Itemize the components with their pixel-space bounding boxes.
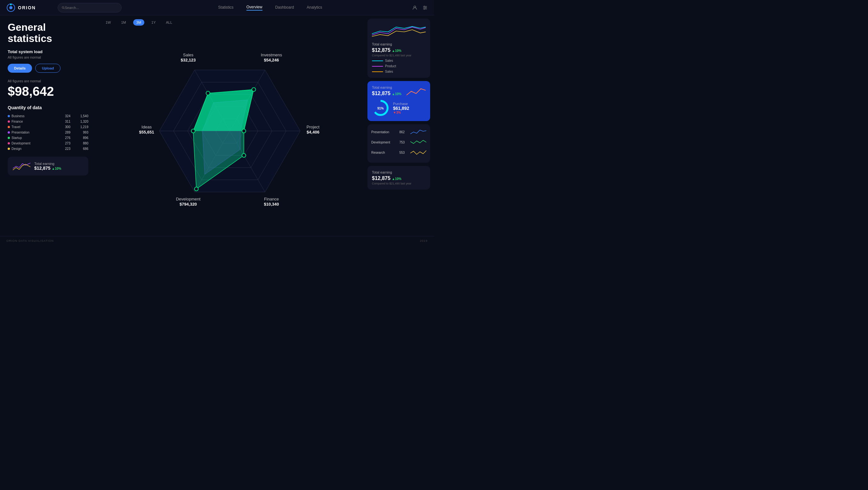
- qty-title: Quantity of data: [8, 105, 88, 110]
- svg-text:$10,340: $10,340: [264, 202, 279, 207]
- earning-card-4: Total earning $12,875 ▲10% Compared to $…: [367, 166, 430, 190]
- card1-compare: Compared to $21,490 last year: [372, 54, 426, 57]
- user-icon[interactable]: [412, 5, 417, 10]
- big-number: $98,642: [8, 84, 88, 98]
- card1-pct: ▲10%: [392, 49, 401, 53]
- sparkline-row-1: Presentation 862: [371, 128, 426, 136]
- action-buttons: Details Upload: [8, 64, 88, 73]
- earn-value: $12,875 ▲10%: [34, 166, 61, 171]
- filter-1y[interactable]: 1Y: [148, 19, 159, 26]
- system-load-sub: All figures are normal: [8, 55, 88, 59]
- search-icon: [62, 6, 65, 9]
- time-filters: 1W 1M 3M 1Y ALL: [96, 16, 364, 26]
- sparklines-card: Presentation 862 Development 753 Researc…: [367, 124, 430, 163]
- filter-1w[interactable]: 1W: [102, 19, 114, 26]
- card2-earn: Total earning $12,875 ▲10%: [372, 86, 401, 96]
- filter-3m[interactable]: 3M: [133, 19, 144, 26]
- svg-point-31: [242, 153, 246, 157]
- earn-label: Total earning: [34, 162, 61, 166]
- sparkline-row-2: Development 753: [371, 138, 426, 146]
- svg-text:$32,123: $32,123: [181, 57, 196, 62]
- svg-point-9: [424, 6, 425, 7]
- svg-text:91%: 91%: [377, 107, 384, 110]
- svg-text:$794,320: $794,320: [180, 202, 197, 207]
- svg-text:Investmens: Investmens: [261, 52, 282, 57]
- sparkline-value-1: 862: [397, 131, 407, 134]
- upload-button[interactable]: Upload: [35, 64, 61, 73]
- sparkline-chart-2: [410, 138, 426, 146]
- qty-row: Travel 300 1,219: [8, 124, 88, 130]
- left-panel: General statistics Total system load All…: [0, 16, 96, 236]
- bottom-chart-icon: [13, 161, 30, 172]
- settings-icon[interactable]: [423, 5, 428, 10]
- system-load-label: Total system load: [8, 49, 88, 54]
- donut-chart: 91%: [372, 99, 389, 117]
- svg-text:$55,651: $55,651: [139, 130, 154, 135]
- search-bar[interactable]: [58, 3, 122, 12]
- card1-title: Total earning: [372, 42, 426, 46]
- logo-icon: [6, 3, 16, 12]
- svg-text:Ideas: Ideas: [142, 124, 152, 129]
- nav-statistics[interactable]: Statistics: [218, 5, 234, 10]
- legend-sales-2: Sales: [372, 70, 393, 73]
- qty-row: Development 273 880: [8, 141, 88, 146]
- purchase-value: $61,892: [393, 106, 409, 111]
- nav-actions: [412, 5, 428, 10]
- logo-text: ORION: [18, 5, 36, 10]
- card2-purchase: Purchase $61,892 ▼3%: [393, 102, 409, 114]
- sparkline-value-2: 753: [397, 141, 407, 144]
- page-title: General statistics: [8, 22, 88, 44]
- legend-sales-1: Sales: [372, 59, 393, 62]
- card2-mini-chart: [406, 86, 426, 97]
- svg-point-28: [206, 91, 210, 95]
- svg-text:Finance: Finance: [264, 197, 279, 201]
- svg-point-2: [10, 3, 12, 5]
- svg-point-10: [425, 7, 426, 8]
- nav-analytics[interactable]: Analytics: [307, 5, 322, 10]
- search-input[interactable]: [65, 6, 118, 9]
- main-content: General statistics Total system load All…: [0, 16, 434, 236]
- legend-row-1: Sales: [372, 59, 426, 62]
- svg-line-4: [64, 8, 64, 9]
- svg-text:$54,246: $54,246: [264, 57, 279, 62]
- svg-point-30: [242, 129, 246, 133]
- qty-row: Design 223 686: [8, 146, 88, 151]
- donut-wrap: 91% Purchase $61,892 ▼3%: [372, 99, 426, 117]
- qty-table: Business 324 1,540 Finance 311 1,320 Tra…: [8, 113, 88, 151]
- sparkline-label-1: Presentation: [371, 131, 394, 134]
- footer: ORION DATA VISUALISATION 2019: [0, 236, 434, 245]
- card2-value: $12,875 ▲10%: [372, 91, 401, 96]
- nav-dashboard[interactable]: Dashboard: [275, 5, 294, 10]
- svg-text:Development: Development: [176, 197, 201, 201]
- card4-pct: ▲10%: [392, 177, 401, 181]
- svg-point-32: [195, 187, 198, 191]
- nav-links: Statistics Overview Dashboard Analytics: [128, 5, 412, 10]
- qty-row: Presentation 289 993: [8, 130, 88, 135]
- earning-card-1: Total earning $12,875 ▲10% Compared to $…: [367, 19, 430, 78]
- card4-title: Total earning: [372, 170, 426, 174]
- right-panel: Total earning $12,875 ▲10% Compared to $…: [364, 16, 434, 236]
- qty-row: Business 324 1,540: [8, 113, 88, 119]
- legend-product: Product: [372, 64, 396, 68]
- mini-chart-1: [372, 23, 426, 39]
- qty-row: Startup 276 896: [8, 135, 88, 141]
- footer-left: ORION DATA VISUALISATION: [6, 239, 54, 242]
- radar-chart: Ideas$55,651Sales$32,123Investmens$54,24…: [121, 41, 339, 221]
- details-button[interactable]: Details: [8, 64, 32, 73]
- footer-right: 2019: [420, 239, 428, 242]
- filter-1m[interactable]: 1M: [118, 19, 129, 26]
- earning-card-2: Total earning $12,875 ▲10% 91%: [367, 81, 430, 121]
- sparkline-row-3: Research 553: [371, 149, 426, 156]
- bottom-earning-card: Total earning $12,875 ▲10%: [8, 156, 88, 175]
- svg-text:Project: Project: [307, 124, 320, 129]
- svg-text:$4,406: $4,406: [307, 130, 319, 135]
- svg-point-27: [191, 129, 195, 133]
- legend-row-2: Product: [372, 64, 426, 68]
- nav-overview[interactable]: Overview: [246, 5, 262, 10]
- card4-value: $12,875 ▲10%: [372, 175, 426, 181]
- purchase-label: Purchase: [393, 102, 409, 106]
- sparkline-chart-3: [410, 149, 426, 156]
- navbar: ORION Statistics Overview Dashboard Anal…: [0, 0, 434, 16]
- center-panel: 1W 1M 3M 1Y ALL Ideas$55,651Sales$32,123…: [96, 16, 364, 236]
- filter-all[interactable]: ALL: [163, 19, 176, 26]
